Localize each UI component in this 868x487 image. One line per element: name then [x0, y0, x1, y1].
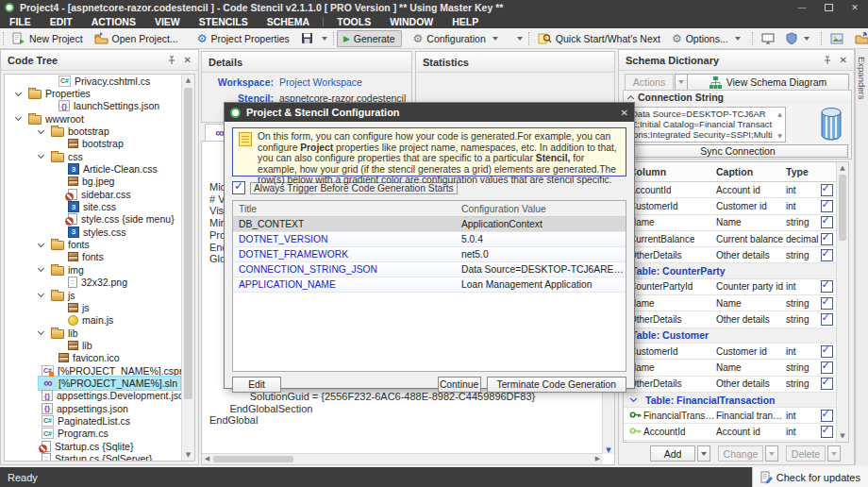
- field-checkbox[interactable]: [821, 313, 833, 326]
- schema-field-row[interactable]: OtherDetailsOther detailsstring: [624, 377, 837, 393]
- actions-button[interactable]: Actions: [625, 74, 674, 91]
- schema-field-row[interactable]: NameNamestring: [624, 215, 837, 231]
- configuration-button[interactable]: ⚙ Configuration: [408, 31, 507, 46]
- schema-field-row[interactable]: CustomerIdCustomer idint: [624, 198, 837, 214]
- options-button[interactable]: ⚙ Options...: [666, 31, 749, 46]
- tree-item[interactable]: C#Privacy.cshtml.cs: [5, 75, 194, 87]
- add-button[interactable]: Add: [650, 445, 695, 462]
- add-dropdown-button[interactable]: [697, 445, 710, 462]
- field-checkbox[interactable]: [821, 200, 833, 212]
- tree-item[interactable]: style.css {side menu}: [5, 213, 194, 226]
- schema-field-row[interactable]: AccountIdAccount idint: [624, 182, 837, 198]
- restore-icon[interactable]: [815, 0, 842, 15]
- schema-field-row[interactable]: CounterPartyIdCounter party idint: [624, 441, 837, 443]
- field-checkbox[interactable]: [821, 297, 833, 310]
- pin-icon[interactable]: [167, 56, 176, 65]
- new-project-button[interactable]: New Project: [7, 30, 89, 46]
- save-dropdown-icon[interactable]: [322, 37, 327, 41]
- save-button[interactable]: [295, 30, 319, 46]
- scroll-up-icon[interactable]: ▲: [837, 162, 848, 174]
- field-checkbox[interactable]: [821, 184, 833, 196]
- configuration-row[interactable]: APPLICATION_NAMELoan Management Applicat…: [233, 277, 626, 293]
- connection-string-header[interactable]: Connection String: [624, 91, 851, 104]
- generate-button[interactable]: ▶ Generate: [337, 30, 402, 47]
- tree-item[interactable]: 3Article-Clean.css: [5, 162, 194, 175]
- terminate-button[interactable]: Terminate Code Generation: [487, 377, 627, 393]
- field-checkbox[interactable]: [821, 345, 833, 358]
- tree-item[interactable]: lib: [5, 327, 194, 339]
- field-checkbox[interactable]: [821, 426, 833, 438]
- close-icon[interactable]: ✕: [842, 0, 868, 15]
- tree-item[interactable]: bootstrap: [5, 125, 194, 137]
- options-dropdown-icon[interactable]: [735, 37, 741, 41]
- menu-item-help[interactable]: HELP: [442, 15, 488, 28]
- delete-button[interactable]: Delete: [786, 445, 826, 462]
- check-updates-button[interactable]: Check for updates: [752, 467, 868, 487]
- tree-item[interactable]: bg.jpeg: [5, 176, 194, 188]
- connection-string-input[interactable]: Data Source=DESKTOP-TCJ6ARE;Initial Cata…: [627, 107, 786, 143]
- tree-item[interactable]: js: [5, 289, 194, 301]
- close-icon[interactable]: ✕: [621, 108, 628, 118]
- always-trigger-checkbox[interactable]: [232, 181, 245, 194]
- validate-button[interactable]: [780, 30, 818, 46]
- sync-connection-button[interactable]: Sync Connection: [627, 144, 848, 158]
- expander-icon[interactable]: [38, 328, 44, 335]
- configuration-row[interactable]: DB_CONTEXTApplicationContext: [233, 217, 626, 232]
- scroll-up-icon[interactable]: ▲: [182, 75, 194, 86]
- tree-item[interactable]: 32x32.png: [5, 277, 194, 289]
- schema-field-row[interactable]: OtherDetailsOther detailsstring: [624, 247, 837, 263]
- tree-item[interactable]: ∞[%PROJECT_NAME%].sln: [5, 377, 194, 389]
- schema-field-row[interactable]: AccountIdAccount idint: [624, 424, 837, 440]
- menu-item-schema[interactable]: SCHEMA: [258, 15, 320, 28]
- close-icon[interactable]: ✕: [184, 55, 192, 65]
- tree-item[interactable]: css: [5, 150, 194, 162]
- title-header[interactable]: Title: [233, 204, 456, 214]
- project-properties-button[interactable]: ⚙ Project Properties: [192, 31, 295, 46]
- tree-item[interactable]: favicon.ico: [5, 352, 194, 364]
- field-checkbox[interactable]: [821, 249, 833, 261]
- tree-item[interactable]: {}appsettings.json: [5, 402, 194, 414]
- menu-item-file[interactable]: FILE: [0, 15, 41, 28]
- schema-group-row[interactable]: Table: FinancialTransaction: [624, 393, 837, 408]
- view-schema-diagram-button[interactable]: View Schema Diagram: [687, 74, 849, 91]
- menu-item-window[interactable]: WINDOW: [380, 15, 442, 28]
- schema-field-row[interactable]: OtherDetailsOther detailsstring: [624, 311, 837, 327]
- tree-item[interactable]: {}appsettings.Development.json: [5, 390, 194, 402]
- quick-start-button[interactable]: Quick Start/What's Next: [532, 30, 666, 46]
- menu-item-tools[interactable]: TOOLS: [327, 15, 380, 28]
- tree-item[interactable]: {}launchSettings.json: [5, 100, 194, 112]
- code-tree-scrollbar[interactable]: ▲ ▼: [181, 75, 194, 461]
- continue-button[interactable]: Continue: [438, 377, 481, 393]
- expander-icon[interactable]: [38, 265, 44, 272]
- validate-dropdown-icon[interactable]: [804, 37, 810, 41]
- schema-field-row[interactable]: CounterPartyIdCounter party idint: [624, 279, 837, 295]
- minimize-icon[interactable]: —: [789, 0, 815, 15]
- tree-item[interactable]: fonts: [5, 251, 194, 263]
- schema-group-row[interactable]: Table: CounterParty: [624, 263, 837, 278]
- expander-icon[interactable]: [38, 291, 44, 297]
- scroll-down-icon[interactable]: ▼: [776, 130, 784, 141]
- tree-item[interactable]: bootstrap: [5, 138, 194, 150]
- tree-item[interactable]: img: [5, 263, 194, 276]
- field-checkbox[interactable]: [821, 410, 833, 422]
- field-checkbox[interactable]: [821, 378, 833, 390]
- edit-button[interactable]: Edit: [232, 377, 281, 393]
- pin-icon[interactable]: [823, 56, 832, 65]
- expander-icon[interactable]: [38, 152, 44, 159]
- screen-button[interactable]: [756, 31, 780, 46]
- tree-item[interactable]: Properties: [5, 87, 194, 99]
- change-dropdown-button[interactable]: [765, 445, 778, 462]
- scroll-down-icon[interactable]: ▼: [837, 430, 848, 442]
- menu-item-view[interactable]: VIEW: [145, 15, 190, 28]
- expander-icon[interactable]: [15, 114, 22, 121]
- close-icon[interactable]: ✕: [840, 55, 847, 65]
- tree-item[interactable]: 3site.css: [5, 200, 194, 212]
- tree-item[interactable]: sidebar.css: [5, 188, 194, 200]
- schema-scrollbar[interactable]: ▲ ▼: [836, 162, 848, 442]
- tree-item[interactable]: main.js: [5, 314, 194, 327]
- field-checkbox[interactable]: [821, 361, 833, 374]
- configuration-row[interactable]: CONNECTION_STRING_JSONData Source=DESKTO…: [233, 262, 626, 277]
- export-button[interactable]: [849, 30, 868, 46]
- tree-item[interactable]: C#Program.cs: [5, 428, 194, 440]
- scroll-down-icon[interactable]: ▼: [603, 446, 614, 454]
